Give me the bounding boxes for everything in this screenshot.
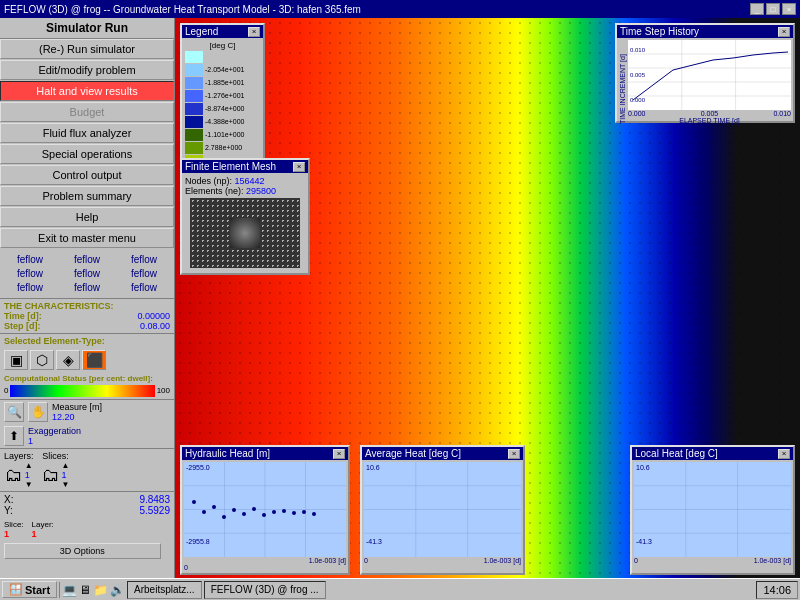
element-icon-4[interactable]: ⬛: [82, 350, 106, 370]
x-label: X:: [4, 494, 13, 505]
mesh-nodes-value: 156442: [235, 176, 265, 186]
avg-heat-title: Average Heat [deg C]: [365, 448, 461, 459]
legend-val-3: -1.885e+001: [205, 79, 245, 86]
avg-heat-close[interactable]: ×: [508, 449, 520, 459]
minimize-button[interactable]: _: [750, 3, 764, 15]
slice-item: Slice: 1: [4, 520, 24, 539]
mesh-elements-value: 295800: [246, 186, 276, 196]
element-icon-1[interactable]: ▣: [4, 350, 28, 370]
slices-arrows: ▲ 1 ▼: [62, 461, 70, 489]
avg-heat-title-bar[interactable]: Average Heat [deg C] ×: [362, 447, 523, 460]
maximize-button[interactable]: □: [766, 3, 780, 15]
title-bar: FEFLOW (3D) @ frog -- Groundwater Heat T…: [0, 0, 800, 18]
sidebar-header: Simulator Run: [0, 18, 174, 39]
feflow-item-4[interactable]: feflow: [2, 267, 58, 280]
local-heat-x-start: 0: [634, 557, 638, 564]
tray-icon-1[interactable]: 💻: [62, 583, 77, 597]
element-icon-2[interactable]: ⬡: [30, 350, 54, 370]
legend-item-3: -1.885e+001: [185, 76, 260, 89]
sd-options-button[interactable]: 3D Options: [4, 543, 161, 559]
mesh-window: Finite Element Mesh × Nodes (np): 156442…: [180, 158, 310, 275]
slices-up[interactable]: ▲: [62, 461, 70, 470]
comp-status-bar-row: 0 100: [4, 383, 170, 397]
time-step-title: Time Step History: [620, 26, 699, 37]
mesh-info: Nodes (np): 156442: [185, 176, 305, 186]
legend-swatch-1: [185, 51, 203, 63]
edit-modify-button[interactable]: Edit/modify problem: [0, 60, 174, 80]
comp-status: Computational Status [per cent: dwell]: …: [0, 372, 174, 399]
hydraulic-x-axis: 0: [184, 564, 346, 571]
time-step-chart-container: TIME INCREMENT [d]: [619, 40, 791, 124]
time-step-content: TIME INCREMENT [d]: [617, 38, 793, 126]
svg-text:0.000: 0.000: [630, 97, 646, 103]
time-label: Time [d]:: [4, 311, 42, 321]
legend-item-7: -1.101e+000: [185, 128, 260, 141]
feflow-item-6[interactable]: feflow: [116, 267, 172, 280]
main-content: Legend × [deg C] -2.054e+001 -: [175, 18, 800, 600]
feflow-item-7[interactable]: feflow: [2, 281, 58, 294]
layer-label: Layer:: [32, 520, 54, 529]
legend-swatch-7: [185, 129, 203, 141]
layers-down[interactable]: ▼: [25, 480, 33, 489]
help-button[interactable]: Help: [0, 207, 174, 227]
tray-icon-3[interactable]: 📁: [93, 583, 108, 597]
fluid-flux-button[interactable]: Fluid flux analyzer: [0, 123, 174, 143]
time-step-title-bar[interactable]: Time Step History ×: [617, 25, 793, 38]
feflow-item-3[interactable]: feflow: [116, 253, 172, 266]
close-button[interactable]: ×: [782, 3, 796, 15]
mesh-elements-label: Elements (ne):: [185, 186, 244, 196]
hydraulic-close[interactable]: ×: [333, 449, 345, 459]
start-button[interactable]: 🪟 Start: [2, 581, 57, 598]
feflow-item-9[interactable]: feflow: [116, 281, 172, 294]
layers-icon: 🗂: [5, 465, 23, 486]
mesh-title: Finite Element Mesh: [185, 161, 276, 172]
xy-section: X: 9.8483 Y: 5.5929: [0, 491, 174, 518]
time-row: Time [d]: 0.00000: [4, 311, 170, 321]
taskbar-arbeitsplatz[interactable]: Arbeitsplatz...: [127, 581, 202, 599]
exagg-icon[interactable]: ⬆: [4, 426, 24, 446]
halt-view-button[interactable]: Halt and view results: [0, 81, 174, 101]
hydraulic-chart: -2955.0 -2955.8: [184, 462, 346, 557]
control-output-button[interactable]: Control output: [0, 165, 174, 185]
local-heat-close[interactable]: ×: [778, 449, 790, 459]
tray-icon-2[interactable]: 🖥: [79, 583, 91, 597]
tray-icon-4[interactable]: 🔊: [110, 583, 125, 597]
element-icon-3[interactable]: ◈: [56, 350, 80, 370]
mesh-title-bar[interactable]: Finite Element Mesh ×: [182, 160, 308, 173]
feflow-item-1[interactable]: feflow: [2, 253, 58, 266]
slice-layer-row: Slice: 1 Layer: 1: [4, 520, 170, 539]
step-label: Step [d]:: [4, 321, 41, 331]
measure-icon[interactable]: 🔍: [4, 402, 24, 422]
local-heat-chart: 10.6 -41.3: [634, 462, 791, 557]
svg-point-29: [312, 512, 316, 516]
mesh-close[interactable]: ×: [293, 162, 305, 172]
taskbar-clock: 14:06: [756, 581, 798, 599]
local-heat-title-bar[interactable]: Local Heat [deg C] ×: [632, 447, 793, 460]
avg-heat-x-end: 1.0e-003 [d]: [484, 557, 521, 564]
avg-heat-x-start: 0: [364, 557, 368, 564]
re-run-button[interactable]: (Re-) Run simulator: [0, 39, 174, 59]
hand-icon[interactable]: ✋: [28, 402, 48, 422]
legend-close-button[interactable]: ×: [248, 27, 260, 37]
slices-down[interactable]: ▼: [62, 480, 70, 489]
legend-item-8: 2.788e+000: [185, 141, 260, 154]
layers-up[interactable]: ▲: [25, 461, 33, 470]
legend-title-bar[interactable]: Legend ×: [182, 25, 263, 38]
feflow-item-8[interactable]: feflow: [59, 281, 115, 294]
feflow-grid: feflow feflow feflow feflow feflow feflo…: [0, 251, 174, 296]
slices-group: Slices: 🗂 ▲ 1 ▼: [42, 451, 70, 489]
x-value: 9.8483: [139, 494, 170, 505]
hydraulic-title-bar[interactable]: Hydraulic Head [m] ×: [182, 447, 348, 460]
taskbar-feflow[interactable]: FEFLOW (3D) @ frog ...: [204, 581, 326, 599]
exit-master-button[interactable]: Exit to master menu: [0, 228, 174, 248]
budget-button[interactable]: Budget: [0, 102, 174, 122]
y-row: Y: 5.5929: [4, 505, 170, 516]
problem-summary-button[interactable]: Problem summary: [0, 186, 174, 206]
special-ops-button[interactable]: Special operations: [0, 144, 174, 164]
feflow-item-2[interactable]: feflow: [59, 253, 115, 266]
clock-time: 14:06: [763, 584, 791, 596]
feflow-item-5[interactable]: feflow: [59, 267, 115, 280]
time-step-close[interactable]: ×: [778, 27, 790, 37]
exagg-value: 1: [28, 436, 81, 446]
slice-label: Slice:: [4, 520, 24, 529]
